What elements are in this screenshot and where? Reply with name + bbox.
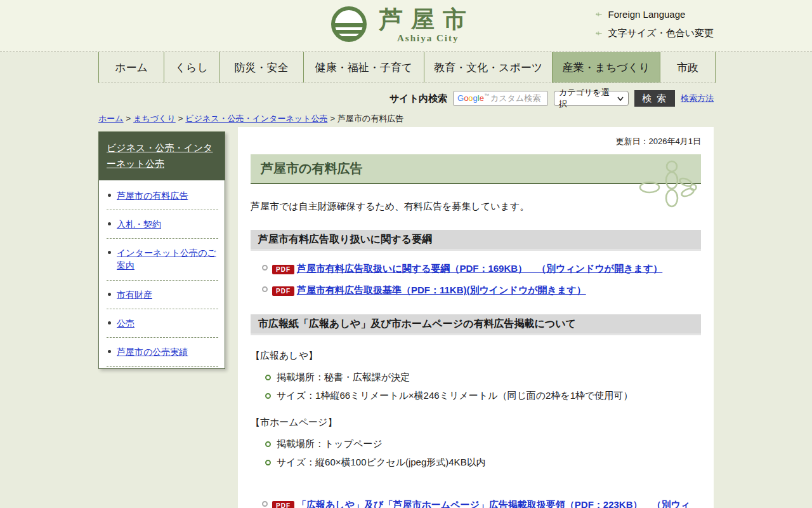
breadcrumb-separator: > xyxy=(178,114,183,123)
decorative-sprout-icon xyxy=(596,31,602,36)
pdf-link-youkou[interactable]: 芦屋市有料広告取扱いに関する要綱（PDF：169KB） （別ウィンドウが開きます… xyxy=(297,263,662,274)
site-title: 芦屋市 xyxy=(379,5,475,34)
category-selected-value: カテゴリを選択 xyxy=(559,87,617,110)
brand-letter: o xyxy=(468,93,473,103)
bullet-icon xyxy=(108,321,111,324)
site-title-en: Ashiya City xyxy=(397,33,475,44)
brand-letter: G xyxy=(457,93,464,103)
search-input[interactable]: Google™カスタム検索 xyxy=(453,91,548,106)
pdf-link-kijun[interactable]: 芦屋市有料広告取扱基準（PDF：11KB)(別ウインドウが開きます） xyxy=(297,284,586,295)
sidebar-item: 芦屋市の公売実績 xyxy=(107,338,218,366)
circle-bullet-icon xyxy=(265,441,271,447)
pdf-link-item: PDF芦屋市有料広告取扱いに関する要綱（PDF：169KB） （別ウィンドウが開… xyxy=(262,262,701,276)
intro-text: 芦屋市では自主財源確保するため、有料広告を募集しています。 xyxy=(251,201,701,213)
nav-item-shisei[interactable]: 市政 xyxy=(660,52,716,83)
sidebar-item: 入札・契約 xyxy=(107,210,218,239)
main-content: 更新日：2026年4月1日 芦屋市の有料広告 芦屋市では自主財源確保するため、有… xyxy=(238,127,714,508)
bullet-icon xyxy=(108,222,111,225)
circle-bullet-icon xyxy=(265,375,271,380)
text-size-color-link[interactable]: 文字サイズ・色合い変更 xyxy=(596,27,714,39)
group-title-kouhou-ashiya: 【広報あしや】 xyxy=(251,350,701,362)
sidebar-item: インターネット公売のご案内 xyxy=(107,239,218,281)
foreign-language-label: Foreign Language xyxy=(608,9,686,20)
sidebar-item-yuryokoukoku[interactable]: 芦屋市の有料広告 xyxy=(117,189,188,202)
sidebar-item: 芦屋市の有料広告 xyxy=(107,182,218,210)
nav-item-bousai[interactable]: 防災・安全 xyxy=(219,52,303,83)
pdf-icon: PDF xyxy=(272,286,294,296)
pdf-link-item: PDF「広報あしや」及び「芦屋市ホームページ」広告掲載取扱要領（PDF：223K… xyxy=(262,498,701,508)
bullet-icon xyxy=(108,194,111,197)
sidebar-header: ビジネス・公売・インターネット公売 xyxy=(99,132,225,180)
breadcrumb-business[interactable]: ビジネス・公売・インターネット公売 xyxy=(185,114,327,123)
text-size-color-label: 文字サイズ・色合い変更 xyxy=(608,27,714,39)
pdf-icon: PDF xyxy=(272,501,294,508)
nav-item-kyouiku[interactable]: 教育・文化・スポーツ xyxy=(424,52,552,83)
site-logo-link[interactable]: 芦屋市 Ashiya City xyxy=(330,5,475,44)
info-text: サイズ：縦60×横100ピクセル(jpeg形式)4KB以内 xyxy=(277,457,486,469)
search-button[interactable]: 検 索 xyxy=(634,90,675,107)
nav-item-sangyou[interactable]: 産業・まちづくり xyxy=(552,52,660,83)
info-item: 掲載場所：秘書・広報課が決定 xyxy=(265,371,701,384)
decorative-sprout-icon xyxy=(596,12,602,17)
pdf-link-item: PDF芦屋市有料広告取扱基準（PDF：11KB)(別ウインドウが開きます） xyxy=(262,283,701,298)
info-text: 掲載場所：秘書・広報課が決定 xyxy=(277,371,410,384)
updated-date: 更新日：2026年4月1日 xyxy=(251,136,701,147)
breadcrumb-separator: > xyxy=(330,114,335,123)
breadcrumb-home[interactable]: ホーム xyxy=(98,114,124,123)
city-emblem-icon xyxy=(330,5,368,44)
pdf-icon: PDF xyxy=(272,265,294,274)
pdf-link-keisai-youryou[interactable]: 「広報あしや」及び「芦屋市ホームページ」広告掲載取扱要領（PDF：223KB） … xyxy=(272,499,690,508)
sidebar-category-link[interactable]: ビジネス・公売・インターネット公売 xyxy=(107,142,213,169)
bullet-icon xyxy=(108,251,111,254)
sidebar-item-shiyuzaisan[interactable]: 市有財産 xyxy=(117,288,152,301)
nav-item-home[interactable]: ホーム xyxy=(98,52,164,83)
site-header: 芦屋市 Ashiya City Foreign Language xyxy=(0,0,812,52)
bullet-icon xyxy=(108,293,111,296)
sidebar-item: 市有財産 xyxy=(107,281,218,309)
breadcrumb: ホーム>まちづくり>ビジネス・公売・インターネット公売>芦屋市の有料広告 xyxy=(98,110,812,127)
circle-bullet-icon xyxy=(265,393,271,399)
sidebar-item-nyusatsu[interactable]: 入札・契約 xyxy=(117,218,161,231)
section-heading-keisai: 市広報紙「広報あしや」及び市ホームページの有料広告掲載について xyxy=(251,314,701,335)
breadcrumb-separator: > xyxy=(126,114,131,123)
circle-bullet-icon xyxy=(265,460,271,465)
breadcrumb-current: 芦屋市の有料広告 xyxy=(337,114,403,123)
page-title: 芦屋市の有料広告 xyxy=(261,160,362,177)
trademark-symbol: ™ xyxy=(484,93,489,98)
circle-bullet-icon xyxy=(262,501,268,507)
nav-item-kurashi[interactable]: くらし xyxy=(164,52,219,83)
search-placeholder: カスタム検索 xyxy=(490,93,540,103)
category-select[interactable]: カテゴリを選択 xyxy=(554,91,629,106)
info-item: サイズ：縦60×横100ピクセル(jpeg形式)4KB以内 xyxy=(265,457,701,469)
info-text: 掲載場所：トップページ xyxy=(277,438,383,450)
circle-bullet-icon xyxy=(262,265,268,271)
bullet-icon xyxy=(108,350,111,353)
brand-letter: g xyxy=(473,93,478,103)
sidebar: ビジネス・公売・インターネット公売 芦屋市の有料広告 入札・契約 インターネット… xyxy=(98,131,225,369)
sidebar-item-kobai-jisseki[interactable]: 芦屋市の公売実績 xyxy=(117,345,188,358)
info-item: 掲載場所：トップページ xyxy=(265,438,701,450)
info-item: サイズ：1枠縦66ミリメートル×横246ミリメートル（同じ面の2枠を1枠で使用可… xyxy=(265,390,701,402)
foreign-language-link[interactable]: Foreign Language xyxy=(596,9,714,20)
sidebar-item-internet-kobai[interactable]: インターネット公売のご案内 xyxy=(117,246,218,272)
brand-letter: e xyxy=(480,93,484,103)
global-nav: ホーム くらし 防災・安全 健康・福祉・子育て 教育・文化・スポーツ 産業・まち… xyxy=(98,52,716,83)
info-text: サイズ：1枠縦66ミリメートル×横246ミリメートル（同じ面の2枠を1枠で使用可… xyxy=(277,390,632,402)
nav-item-kenkou[interactable]: 健康・福祉・子育て xyxy=(303,52,424,83)
site-search-bar: サイト内検索 Google™カスタム検索 カテゴリを選択 検 索 検索方法 xyxy=(0,83,714,110)
group-title-homepage: 【市ホームページ】 xyxy=(251,417,701,429)
search-label: サイト内検索 xyxy=(390,93,447,105)
chevron-down-icon xyxy=(617,97,624,101)
page-title-banner: 芦屋市の有料広告 xyxy=(251,154,701,184)
breadcrumb-machizukuri[interactable]: まちづくり xyxy=(133,114,176,123)
circle-bullet-icon xyxy=(262,286,268,292)
sidebar-item: 公売 xyxy=(107,309,218,338)
section-heading-youkou: 芦屋市有料広告取り扱いに関する要綱 xyxy=(251,230,701,251)
sidebar-item-kobai[interactable]: 公売 xyxy=(117,317,134,330)
search-help-link[interactable]: 検索方法 xyxy=(681,93,714,104)
